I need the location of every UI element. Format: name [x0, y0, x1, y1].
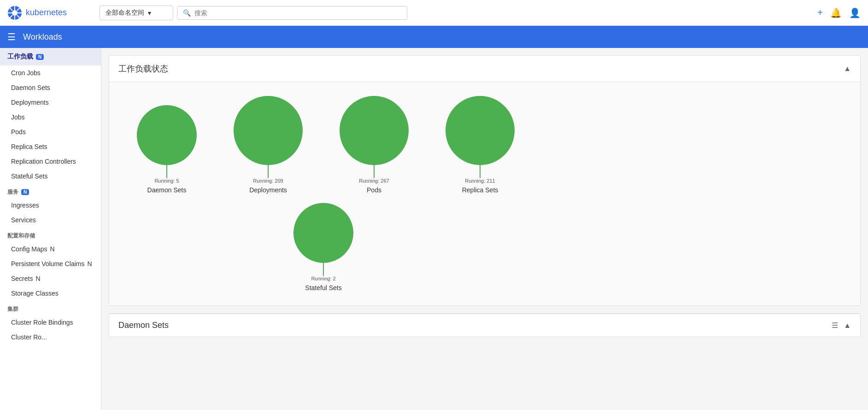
- cluster-label: 集群: [7, 305, 18, 313]
- pods-run-label: Running: 267: [359, 178, 389, 184]
- daemon-sets-actions: ☰ ▲: [832, 321, 851, 330]
- sidebar-item-daemon-sets[interactable]: Daemon Sets: [0, 80, 101, 95]
- kubernetes-logo-icon: [7, 6, 22, 20]
- workload-status-section: 工作负载状态 ▲ Running: 5 Daemon Sets Running:…: [109, 55, 861, 306]
- pods-name: Pods: [367, 186, 381, 194]
- replica-sets-name: Replica Sets: [462, 186, 499, 194]
- pods-stem: [374, 165, 375, 178]
- sidebar-item-cluster-role-bindings[interactable]: Cluster Role Bindings: [0, 315, 101, 330]
- deployments-stem: [268, 165, 269, 178]
- workloads-badge: N: [36, 54, 44, 60]
- workloads-label: 工作负载: [7, 53, 33, 61]
- node-replica-sets: Running: 211 Replica Sets: [446, 96, 515, 194]
- node-pods: Running: 267 Pods: [340, 96, 409, 194]
- stateful-sets-circle: [293, 203, 353, 263]
- stateful-sets-run-label: Running: 2: [311, 276, 335, 281]
- deployments-circle: [234, 96, 303, 165]
- nodes-row-2: Running: 2 Stateful Sets: [109, 198, 860, 305]
- logo-area: kubernetes: [7, 6, 100, 20]
- pvc-badge: N: [88, 260, 92, 267]
- stateful-sets-name: Stateful Sets: [305, 284, 341, 291]
- sidebar-item-cluster-roles[interactable]: Cluster Ro...: [0, 330, 101, 345]
- add-button[interactable]: +: [817, 7, 823, 18]
- namespace-selector[interactable]: 全部命名空间 ▾: [100, 6, 173, 20]
- stateful-sets-stem: [323, 263, 324, 276]
- daemon-sets-section-title: Daemon Sets: [118, 321, 169, 330]
- node-daemon-sets: Running: 5 Daemon Sets: [137, 105, 197, 194]
- workload-status-header: 工作负载状态 ▲: [109, 56, 860, 82]
- sidebar-item-secrets[interactable]: Secrets N: [0, 271, 101, 286]
- daemon-sets-circle: [137, 105, 197, 165]
- daemon-sets-filter-button[interactable]: ☰: [832, 321, 838, 330]
- sidebar-item-deployments[interactable]: Deployments: [0, 95, 101, 110]
- config-storage-label: 配置和存储: [7, 232, 35, 240]
- main-content: 工作负载状态 ▲ Running: 5 Daemon Sets Running:…: [101, 48, 868, 410]
- sidebar-item-workloads[interactable]: 工作负载 N: [0, 48, 101, 65]
- config-storage-section-header: 配置和存储: [0, 227, 101, 242]
- sidebar-item-cron-jobs[interactable]: Cron Jobs: [0, 65, 101, 80]
- daemon-sets-collapse-button[interactable]: ▲: [844, 321, 851, 330]
- notification-button[interactable]: 🔔: [830, 7, 842, 18]
- sidebar-item-storage-classes[interactable]: Storage Classes: [0, 286, 101, 301]
- replica-sets-run-label: Running: 211: [465, 178, 495, 184]
- sidebar-item-replication-controllers[interactable]: Replication Controllers: [0, 154, 101, 169]
- sidebar-item-ingresses[interactable]: Ingresses: [0, 198, 101, 213]
- user-button[interactable]: 👤: [849, 7, 861, 18]
- top-bar: kubernetes 全部命名空间 ▾ 🔍 + 🔔 👤: [0, 0, 868, 26]
- pods-circle: [340, 96, 409, 165]
- replica-sets-circle: [446, 96, 515, 165]
- daemon-sets-section: Daemon Sets ☰ ▲: [109, 313, 861, 337]
- svg-point-1: [12, 10, 18, 16]
- deployments-run-label: Running: 209: [253, 178, 283, 184]
- menu-icon[interactable]: ☰: [7, 31, 16, 42]
- sidebar-item-pvc[interactable]: Persistent Volume Claims N: [0, 256, 101, 271]
- namespace-label: 全部命名空间: [106, 9, 144, 17]
- daemon-sets-name: Daemon Sets: [147, 186, 187, 194]
- top-actions: + 🔔 👤: [817, 7, 861, 18]
- replica-sets-stem: [480, 165, 481, 178]
- services-header-label: 服务: [7, 188, 18, 196]
- sidebar-item-pods[interactable]: Pods: [0, 125, 101, 139]
- search-icon: 🔍: [183, 9, 191, 17]
- node-stateful-sets: Running: 2 Stateful Sets: [293, 203, 353, 291]
- sidebar-item-replica-sets[interactable]: Replica Sets: [0, 139, 101, 154]
- daemon-sets-run-label: Running: 5: [154, 178, 179, 184]
- sidebar-item-services[interactable]: Services: [0, 213, 101, 227]
- logo-text: kubernetes: [26, 8, 67, 18]
- workload-status-title: 工作负载状态: [118, 63, 168, 74]
- nodes-row-1: Running: 5 Daemon Sets Running: 209 Depl…: [109, 82, 860, 198]
- sidebar-item-stateful-sets[interactable]: Stateful Sets: [0, 169, 101, 184]
- search-input[interactable]: [194, 9, 401, 17]
- sidebar-item-jobs[interactable]: Jobs: [0, 110, 101, 125]
- search-bar: 🔍: [177, 6, 407, 20]
- daemon-sets-section-header: Daemon Sets ☰ ▲: [109, 314, 860, 337]
- node-deployments: Running: 209 Deployments: [234, 96, 303, 194]
- collapse-workload-button[interactable]: ▲: [844, 65, 851, 73]
- services-section-header: 服务 N: [0, 184, 101, 198]
- secrets-badge: N: [35, 275, 40, 282]
- sidebar: 工作负载 N Cron Jobs Daemon Sets Deployments…: [0, 48, 101, 410]
- daemon-sets-stem: [166, 165, 167, 178]
- config-maps-badge: N: [50, 245, 55, 253]
- section-title: Workloads: [23, 32, 62, 42]
- chevron-down-icon: ▾: [148, 9, 151, 17]
- layout: 工作负载 N Cron Jobs Daemon Sets Deployments…: [0, 48, 868, 410]
- cluster-section-header: 集群: [0, 301, 101, 315]
- deployments-name: Deployments: [249, 186, 287, 194]
- services-badge: N: [21, 189, 29, 195]
- sidebar-item-config-maps[interactable]: Config Maps N: [0, 242, 101, 256]
- section-bar: ☰ Workloads: [0, 26, 868, 48]
